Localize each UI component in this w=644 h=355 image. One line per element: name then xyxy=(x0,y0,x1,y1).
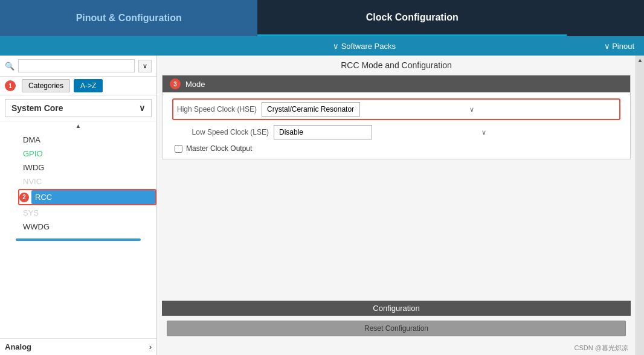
clock-tab-label: Clock Configuration xyxy=(366,12,459,23)
badge-3: 3 xyxy=(170,78,181,89)
category-tabs: 1 Categories A->Z xyxy=(0,77,156,95)
sidebar-item-nvic[interactable]: NVIC xyxy=(18,174,156,188)
tab-az[interactable]: A->Z xyxy=(74,79,103,92)
sidebar-item-rcc[interactable]: RCC xyxy=(31,190,155,204)
watermark: CSDN @暮光炽凉 xyxy=(157,341,636,355)
scroll-up-icon[interactable]: ▲ xyxy=(637,57,643,63)
system-core-chevron: ∨ xyxy=(139,103,145,113)
sidebar-item-wwdg[interactable]: WWDG xyxy=(18,220,156,234)
tab-categories[interactable]: Categories xyxy=(22,79,70,92)
master-clock-label[interactable]: Master Clock Output xyxy=(186,144,252,153)
lse-select-wrapper: Disable Crystal/Ceramic Resonator BYPASS… xyxy=(274,125,491,139)
rcc-row[interactable]: 2 RCC xyxy=(18,189,156,205)
scroll-bar-right: ▲ xyxy=(636,56,644,355)
sidebar-spacer xyxy=(0,243,156,338)
config-label: Configuration xyxy=(373,304,419,313)
system-core-label: System Core xyxy=(11,103,63,113)
pinout-tab[interactable]: Pinout & Configuration xyxy=(0,0,257,36)
sub-bar: ∨ Software Packs ∨ Pinout xyxy=(0,36,644,56)
scroll-up-arrow[interactable]: ▲ xyxy=(76,123,82,129)
search-bar: 🔍 ∨ xyxy=(0,56,156,77)
sidebar-item-dma[interactable]: DMA xyxy=(18,133,156,147)
mode-content: High Speed Clock (HSE) Crystal/Ceramic R… xyxy=(163,92,630,159)
config-section-header: Configuration xyxy=(162,301,631,316)
clock-tab[interactable]: Clock Configuration xyxy=(257,0,567,36)
content-spacer xyxy=(157,164,636,296)
scroll-indicator xyxy=(16,238,141,241)
mode-label: Mode xyxy=(185,80,205,89)
search-input[interactable] xyxy=(18,59,135,72)
lse-select[interactable]: Disable Crystal/Ceramic Resonator BYPASS… xyxy=(274,125,372,139)
top-bar-right xyxy=(567,0,644,36)
rcc-title: RCC Mode and Configuration xyxy=(157,56,636,75)
hse-row: High Speed Clock (HSE) Crystal/Ceramic R… xyxy=(172,98,620,120)
sidebar-item-sys[interactable]: SYS xyxy=(18,206,156,220)
software-packs-label: ∨ Software Packs xyxy=(333,42,396,51)
lse-label: Low Speed Clock (LSE) xyxy=(172,128,269,136)
badge-1: 1 xyxy=(5,80,16,91)
system-core-section: System Core ∨ xyxy=(0,95,156,121)
lse-row: Low Speed Clock (LSE) Disable Crystal/Ce… xyxy=(172,125,620,139)
content-area: RCC Mode and Configuration 3 Mode High S… xyxy=(157,56,636,355)
sidebar-items-list: DMA GPIO IWDG NVIC 2 RCC SYS WWDG xyxy=(0,130,156,236)
sidebar: 🔍 ∨ 1 Categories A->Z System Core ∨ ▲ DM… xyxy=(0,56,157,355)
pinout-tab-label: Pinout & Configuration xyxy=(76,13,182,24)
hse-select-wrapper: Crystal/Ceramic Resonator Disable BYPASS… xyxy=(262,102,479,117)
system-core-dropdown[interactable]: System Core ∨ xyxy=(5,99,152,117)
search-icon: 🔍 xyxy=(5,62,14,71)
watermark-text: CSDN @暮光炽凉 xyxy=(575,344,628,351)
software-packs-btn[interactable]: ∨ Software Packs xyxy=(157,42,572,51)
mode-header: 3 Mode xyxy=(163,75,630,92)
mode-section: 3 Mode High Speed Clock (HSE) Crystal/Ce… xyxy=(162,75,631,159)
hse-select[interactable]: Crystal/Ceramic Resonator Disable BYPASS… xyxy=(262,102,360,117)
pinout-btn[interactable]: ∨ Pinout xyxy=(572,42,644,51)
hse-label: High Speed Clock (HSE) xyxy=(177,105,257,114)
main-layout: 🔍 ∨ 1 Categories A->Z System Core ∨ ▲ DM… xyxy=(0,56,644,355)
analog-chevron: › xyxy=(149,342,152,351)
reset-configuration-button[interactable]: Reset Configuration xyxy=(167,321,626,336)
top-bar: Pinout & Configuration Clock Configurati… xyxy=(0,0,644,36)
pinout-label: ∨ Pinout xyxy=(604,42,634,51)
analog-label: Analog xyxy=(5,342,31,351)
sidebar-analog[interactable]: Analog › xyxy=(0,338,156,355)
search-dropdown-btn[interactable]: ∨ xyxy=(138,60,152,72)
badge-2: 2 xyxy=(19,193,29,202)
sidebar-item-gpio[interactable]: GPIO xyxy=(18,147,156,161)
master-clock-checkbox[interactable] xyxy=(175,145,182,153)
sidebar-item-iwdg[interactable]: IWDG xyxy=(18,161,156,174)
master-clock-row: Master Clock Output xyxy=(172,144,620,153)
